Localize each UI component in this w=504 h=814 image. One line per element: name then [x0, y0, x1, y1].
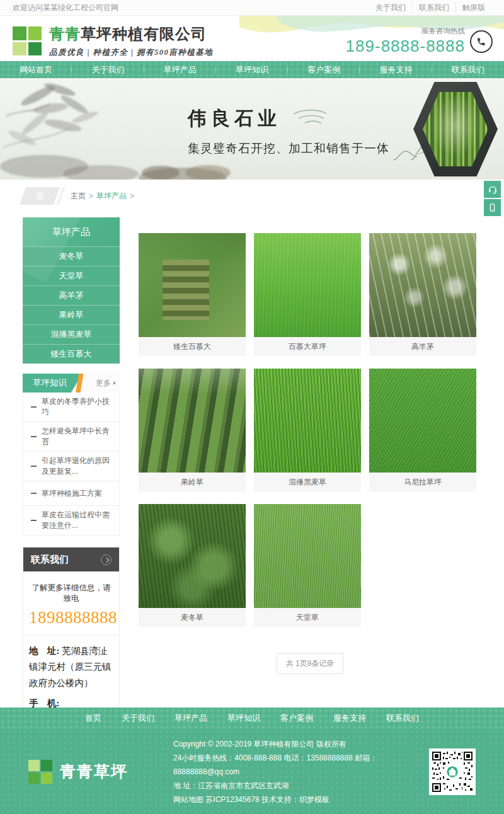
- nav-item-about[interactable]: 关于我们: [72, 61, 144, 78]
- nav-item-products[interactable]: 草坪产品: [144, 61, 216, 78]
- sidebar-item-aisheng[interactable]: 矮生百慕大: [23, 344, 120, 364]
- logo-square: [28, 772, 40, 784]
- logo-square: [41, 760, 52, 771]
- nav-item-cases[interactable]: 客户案例: [288, 61, 360, 78]
- knowledge-item[interactable]: 草皮的冬季养护小技巧: [23, 393, 119, 422]
- more-link[interactable]: 更多: [96, 374, 116, 393]
- customer-service-button[interactable]: [484, 181, 501, 198]
- divider: [23, 635, 119, 636]
- contact-address: 地 址: 芜湖县湾沚镇津元村（原三元镇政府办公楼内）: [29, 643, 113, 691]
- product-card[interactable]: 麦冬草: [139, 504, 246, 627]
- logo-square: [13, 42, 26, 56]
- hotline-number: 189-8888-8888: [346, 37, 465, 56]
- product-card[interactable]: 矮生百慕大: [139, 233, 246, 356]
- more-arrow-icon: [113, 381, 116, 385]
- sidebar-item-gaoyangmao[interactable]: 高羊茅: [23, 285, 120, 305]
- toplink-touch-version[interactable]: 触屏版: [455, 3, 491, 13]
- toplink-about[interactable]: 关于我们: [369, 3, 412, 13]
- cloud-icon: [290, 108, 330, 127]
- product-image: [369, 233, 476, 337]
- knowledge-item[interactable]: 草皮在运输过程中需要注意什...: [23, 506, 119, 535]
- header: 青青草坪种植有限公司 品质优良 | 种植齐全 | 拥有500亩种植基地 服务咨询…: [0, 16, 504, 61]
- product-image: [369, 369, 476, 473]
- dash-bullet-icon: [31, 466, 37, 467]
- breadcrumb-separator: >: [89, 192, 93, 200]
- nav-item-support[interactable]: 服务支持: [360, 61, 432, 78]
- product-cards: 矮生百慕大 百慕大草坪 高羊茅 果岭草 混播黑麦草 马尼拉草坪 麦冬草 天堂草: [139, 233, 481, 627]
- site-title: 青青草坪种植有限公司: [49, 24, 213, 44]
- knowledge-item[interactable]: 引起草坪退化的原因及更新复...: [23, 452, 119, 481]
- product-card[interactable]: 果岭草: [139, 369, 246, 491]
- product-image: [139, 369, 246, 473]
- product-image: [254, 369, 361, 473]
- sidebar-item-guolingcao[interactable]: 果岭草: [23, 305, 120, 324]
- contact-title: 联系我们: [31, 554, 69, 566]
- location-pin-icon: [20, 187, 60, 205]
- product-image: [139, 504, 246, 608]
- hotline-label: 服务咨询热线: [346, 26, 465, 36]
- breadcrumb-home[interactable]: 主页: [71, 191, 86, 202]
- footer-nav-cases[interactable]: 客户案例: [270, 708, 323, 729]
- nav-item-knowledge[interactable]: 草坪知识: [216, 61, 288, 78]
- product-card[interactable]: 马尼拉草坪: [369, 369, 476, 491]
- content-columns: 草坪产品 麦冬草 天堂草 高羊茅 果岭草 混播黑麦草 矮生百慕大 草坪知识 更多: [23, 217, 481, 708]
- product-card[interactable]: 高羊茅: [369, 233, 476, 356]
- bamboo-photo: [423, 92, 488, 166]
- product-image: [254, 504, 361, 608]
- mobile-version-button[interactable]: [484, 199, 501, 216]
- dash-bullet-icon: [31, 493, 37, 494]
- sidebar-contact: 联系我们 了解更多详细信息，请致电 1898888888 地 址: 芜湖县湾沚镇…: [23, 547, 120, 708]
- hotline-text: 服务咨询热线 189-8888-8888: [346, 26, 465, 56]
- banner-subtitle: 集灵璧奇石开挖、加工和销售于一体: [188, 140, 389, 157]
- nav-item-home[interactable]: 网站首页: [0, 61, 72, 78]
- footer-nav-products[interactable]: 草坪产品: [164, 708, 217, 729]
- nav-item-contact[interactable]: 联系我们: [432, 61, 504, 78]
- banner[interactable]: 伟良石业 集灵璧奇石开挖、加工和销售于一体: [0, 78, 504, 180]
- product-card[interactable]: 混播黑麦草: [254, 369, 361, 491]
- main-content: 主页 > 草坪产品 > 草坪产品 麦冬草 天堂草 高羊茅: [0, 180, 504, 708]
- footer-nav-contact[interactable]: 联系我们: [376, 708, 429, 729]
- logo-square: [28, 42, 42, 56]
- page: 欢迎访问某某绿化工程公司官网 关于我们 联系我们 触屏版 青青草坪种植有限公司 …: [0, 0, 504, 814]
- footer-nav-about[interactable]: 关于我们: [112, 708, 164, 729]
- knowledge-title-tab: 草坪知识: [23, 374, 82, 393]
- product-name: 百慕大草坪: [254, 337, 361, 356]
- welcome-text: 欢迎访问某某绿化工程公司官网: [13, 3, 118, 13]
- topbar: 欢迎访问某某绿化工程公司官网 关于我们 联系我们 触屏版: [0, 0, 504, 16]
- brand-tagline: 品质优良 | 种植齐全 | 拥有500亩种植基地: [49, 47, 213, 58]
- dash-bullet-icon: [31, 436, 37, 437]
- qr-code: [429, 748, 476, 795]
- footer-nav-home[interactable]: 首页: [75, 708, 112, 729]
- product-name: 高羊茅: [369, 337, 476, 356]
- knowledge-item[interactable]: 草坪种植施工方案: [23, 481, 119, 506]
- address-line: 地 址：江苏省南京市玄武区玄武湖: [173, 779, 418, 793]
- brand[interactable]: 青青草坪种植有限公司 品质优良 | 种植齐全 | 拥有500亩种植基地: [13, 24, 213, 58]
- footer-brand: 青青草坪: [28, 760, 173, 784]
- footer-nav-knowledge[interactable]: 草坪知识: [217, 708, 270, 729]
- footer-nav-support[interactable]: 服务支持: [323, 708, 376, 729]
- product-name: 矮生百慕大: [139, 337, 246, 356]
- floating-buttons: [484, 181, 501, 216]
- main-nav: 网站首页 关于我们 草坪产品 草坪知识 客户案例 服务支持 联系我们: [0, 61, 504, 78]
- hotline-line: 24小时服务热线：4008-888-888 电话：13588888888 邮箱：…: [173, 751, 418, 779]
- more-label: 更多: [96, 378, 111, 389]
- logo-square: [28, 26, 42, 40]
- footer-logo-icon: [28, 760, 52, 784]
- product-card[interactable]: 百慕大草坪: [254, 233, 361, 356]
- arrow-circle-icon[interactable]: [101, 554, 112, 565]
- breadcrumb: 主页 > 草坪产品 >: [23, 187, 504, 205]
- sidebar: 草坪产品 麦冬草 天堂草 高羊茅 果岭草 混播黑麦草 矮生百慕大 草坪知识 更多: [23, 217, 120, 708]
- topbar-links: 关于我们 联系我们 触屏版: [369, 3, 491, 13]
- banner-text: 伟良石业 集灵璧奇石开挖、加工和销售于一体: [188, 106, 437, 157]
- sidebar-item-hunbo[interactable]: 混播黑麦草: [23, 324, 120, 344]
- toplink-contact[interactable]: 联系我们: [412, 3, 455, 13]
- brand-text: 青青草坪种植有限公司 品质优良 | 种植齐全 | 拥有500亩种植基地: [49, 24, 213, 58]
- knowledge-item[interactable]: 怎样避免草坪中长青苔: [23, 422, 119, 452]
- product-name: 果岭草: [139, 473, 246, 491]
- product-card[interactable]: 天堂草: [254, 504, 361, 627]
- breadcrumb-current[interactable]: 草坪产品: [96, 191, 127, 202]
- icp-line: 网站地图 苏ICP12345678 技术支持：织梦模板: [173, 793, 418, 806]
- product-grid: 矮生百慕大 百慕大草坪 高羊茅 果岭草 混播黑麦草 马尼拉草坪 麦冬草 天堂草 …: [139, 217, 481, 708]
- pagination: 共 1页8条记录: [277, 653, 344, 674]
- breadcrumb-separator: >: [130, 192, 134, 200]
